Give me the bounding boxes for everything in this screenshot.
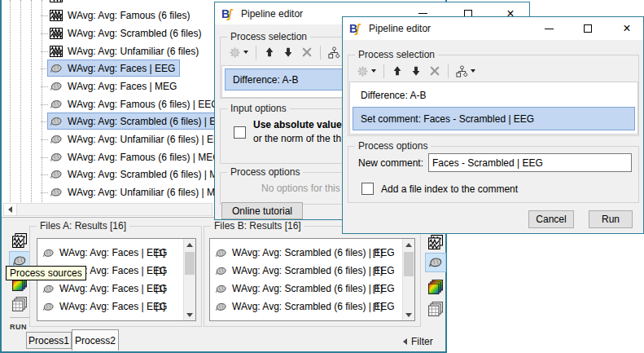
recordings-stack-icon: [428, 235, 443, 249]
brain-icon: [50, 115, 63, 128]
tree-item[interactable]: WAvg: Avg: Scrambled (6 files): [47, 24, 207, 42]
pipeline-icon[interactable]: [328, 46, 340, 59]
file-index-checkbox-label: Add a file index to the comment: [381, 183, 518, 195]
process-recordings-button-left[interactable]: [9, 231, 30, 250]
scroll-left-button[interactable]: [4, 204, 17, 215]
tree-item[interactable]: WAvg: Avg: Scrambled (6 files) | MEG: [47, 165, 237, 183]
tree-item[interactable]: WAvg: Avg: Famous (6 files) | MEG: [47, 148, 226, 165]
scroll-up-button[interactable]: [184, 239, 195, 250]
scroll-thumb[interactable]: [404, 252, 414, 276]
matrix-icon: [50, 0, 63, 3]
tree-horizontal-scrollbar[interactable]: [3, 203, 212, 216]
move-down-icon[interactable]: [283, 46, 294, 58]
toolbar-separator: [383, 64, 384, 78]
process-matrix-button-left[interactable]: [9, 294, 30, 314]
delete-icon[interactable]: [301, 46, 313, 58]
close-button[interactable]: ×: [615, 17, 639, 40]
files-a-title: Files A: Results [16]: [37, 220, 129, 232]
scroll-down-icon: [186, 313, 193, 317]
minimize-icon: [418, 13, 427, 14]
move-up-icon[interactable]: [392, 65, 403, 77]
cancel-label: Cancel: [536, 214, 566, 225]
file-label: WAvg: Avg: Scrambled (6 files) | EEG: [232, 283, 395, 294]
online-tutorial-button[interactable]: Online tutorial: [221, 202, 303, 219]
delete-icon[interactable]: [429, 65, 440, 77]
tree-item-label: WAvg: Avg: Faces | EEG: [68, 63, 175, 74]
chevron-down-icon[interactable]: [471, 69, 475, 73]
pipeline-icon[interactable]: [456, 65, 468, 77]
brain-icon: [215, 247, 227, 259]
process-selection-group: Process selection Difference: A-B: [348, 55, 639, 136]
brain-icon: [215, 265, 227, 277]
list-item[interactable]: WAvg: Avg: Scrambled (6 files) | EEG [1]: [210, 298, 402, 315]
file-label: WAvg: Avg: Scrambled (6 files) | EEG: [232, 265, 395, 276]
tab-process2[interactable]: Process2: [72, 329, 119, 351]
tree-item-label: WAvg: Avg: Faces | MEG: [68, 81, 177, 92]
tree-item-selected[interactable]: WAvg: Avg: Scrambled (6 files) | EEG: [47, 113, 235, 130]
files-a-scrollbar[interactable]: [183, 239, 195, 320]
tree-item[interactable]: WAvg: Avg: Faces | MEG: [47, 77, 182, 95]
file-index-checkbox[interactable]: [361, 183, 374, 195]
process-toolbar: [229, 44, 348, 60]
tree-item-selected[interactable]: WAvg: Avg: Faces | EEG: [47, 60, 180, 77]
tree-item[interactable]: WAvg: Avg: Unfamiliar (6 files) | EEG: [47, 130, 232, 148]
scroll-down-button[interactable]: [403, 309, 414, 320]
files-b-list[interactable]: WAvg: Avg: Scrambled (6 files) | EEG [1]…: [209, 238, 415, 321]
brain-icon: [428, 255, 443, 270]
tree-indent-guide: [31, 0, 32, 202]
file-count: [1]: [156, 266, 165, 276]
process-list[interactable]: Difference: A-B Set comment: Faces - Scr…: [349, 82, 638, 135]
cancel-button[interactable]: Cancel: [528, 210, 574, 228]
list-item[interactable]: WAvg: Avg: Scrambled (6 files) | EEG [1]: [210, 262, 402, 280]
process-list-item[interactable]: Difference: A-B: [353, 85, 635, 106]
move-up-icon[interactable]: [264, 46, 275, 58]
list-item[interactable]: WAvg: Avg: Faces | EEG [1]: [37, 280, 183, 298]
tab-process1[interactable]: Process1: [26, 332, 72, 349]
new-comment-input[interactable]: [428, 153, 632, 172]
list-item[interactable]: WAvg: Avg: Faces | EEG [1]: [37, 298, 183, 315]
scroll-down-button[interactable]: [184, 309, 195, 320]
tree-item[interactable]: WAvg: Avg: Famous (6 files) | EEG: [47, 95, 224, 113]
process-recordings-button-right[interactable]: [425, 232, 446, 252]
window-title: Pipeline editor: [369, 23, 431, 34]
process-timefreq-button-right[interactable]: [425, 277, 446, 297]
titlebar[interactable]: Bʃ Pipeline editor ×: [343, 17, 643, 40]
tree-item[interactable]: WAvg: Avg: Unfamiliar (6 files) | MEG: [47, 183, 234, 201]
group-label: Process options: [355, 140, 431, 152]
minimize-button[interactable]: [537, 17, 561, 40]
toolbar-separator: [320, 46, 321, 60]
files-b-scrollbar[interactable]: [402, 239, 414, 320]
list-item[interactable]: WAvg: Avg: Scrambled (6 files) | EEG [1]: [210, 280, 402, 298]
absolute-values-checkbox[interactable]: [234, 126, 246, 139]
tree-item-label: WAvg: Avg: Unfamiliar (6 files) | EEG: [68, 134, 227, 145]
gear-icon[interactable]: [357, 65, 369, 77]
list-item[interactable]: WAvg: Avg: Scrambled (6 files) | EEG [1]: [210, 244, 402, 262]
tree-item-label: WAvg: Avg: Unfamiliar (6 files) | MEG: [68, 187, 229, 198]
tree-item[interactable]: WAvg: Avg: Unfamiliar (6 files): [47, 42, 204, 60]
process-matrix-button-right[interactable]: [425, 299, 446, 319]
matrix-icon: [50, 27, 63, 40]
chevron-down-icon[interactable]: [371, 69, 376, 73]
toolbar-separator: [448, 64, 449, 78]
brainstorm-logo-icon: Bʃ: [349, 23, 366, 34]
filter-toggle[interactable]: Filter: [403, 336, 433, 347]
scroll-up-button[interactable]: [403, 239, 414, 250]
chevron-down-icon[interactable]: [243, 51, 248, 54]
process-list-item-selected[interactable]: Set comment: Faces - Scrambled | EEG: [353, 107, 635, 130]
move-down-icon[interactable]: [410, 65, 422, 77]
file-count: [1]: [156, 248, 165, 258]
run-button[interactable]: Run: [589, 210, 633, 228]
tree-item[interactable]: WAvg: Avg: Famous (6 files): [47, 7, 195, 24]
tree-item-partial[interactable]: [47, 0, 72, 5]
scroll-thumb[interactable]: [185, 252, 195, 275]
process-sources-button-right[interactable]: [425, 253, 446, 272]
list-item[interactable]: WAvg: Avg: Faces | EEG [1]: [37, 244, 183, 262]
pipeline-editor-window-front: Bʃ Pipeline editor × Process selection: [342, 16, 644, 234]
online-tutorial-label: Online tutorial: [232, 205, 292, 217]
brain-icon: [42, 301, 55, 313]
maximize-button[interactable]: [576, 17, 600, 40]
process-sources-tooltip: Process sources: [6, 266, 86, 280]
run-strip-label: RUN: [10, 323, 27, 331]
brainstorm-logo-icon: Bʃ: [221, 8, 238, 20]
gear-icon[interactable]: [229, 46, 241, 59]
